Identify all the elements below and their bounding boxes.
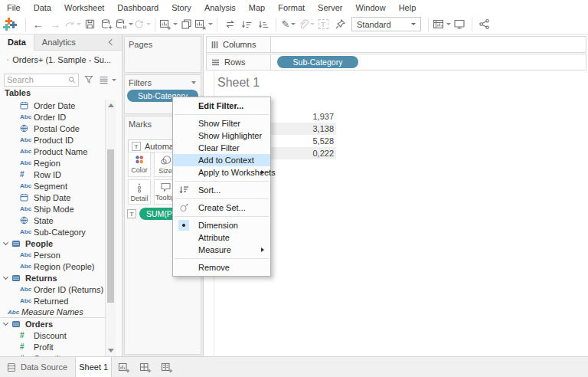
menu-map[interactable]: Map: [249, 3, 265, 12]
pages-card[interactable]: Pages: [124, 36, 201, 73]
pause-updates-button[interactable]: [115, 16, 133, 33]
share-button[interactable]: [476, 16, 493, 33]
search-input[interactable]: [7, 75, 68, 84]
menu-item-show-highlighter[interactable]: Show Highlighter: [173, 129, 270, 142]
field-order-date[interactable]: Order Date: [0, 100, 105, 111]
sort-ascending-button[interactable]: [238, 16, 255, 33]
menu-dashboard[interactable]: Dashboard: [117, 3, 158, 12]
field-product-id[interactable]: AbcProduct ID: [0, 134, 105, 146]
columns-shelf[interactable]: Columns: [206, 36, 586, 53]
data-source-tab[interactable]: Data Source: [0, 357, 75, 377]
abc-icon: Abc: [20, 228, 34, 235]
field-person[interactable]: AbcPerson: [0, 249, 105, 261]
field-sub-category[interactable]: AbcSub-Category: [0, 226, 105, 238]
chevron-down-icon[interactable]: [3, 320, 8, 326]
field-profit[interactable]: #Profit: [0, 341, 105, 352]
fix-axes-button[interactable]: [332, 16, 348, 33]
menu-item-apply-to-worksheets[interactable]: Apply to Worksheets: [173, 166, 270, 179]
sheet-value-cell: 0,222: [270, 147, 336, 159]
menu-item-attribute[interactable]: Attribute: [173, 231, 270, 244]
filter-funnel-icon[interactable]: [84, 75, 93, 84]
replay-button[interactable]: [64, 16, 81, 33]
duplicate-sheet-button[interactable]: [178, 16, 194, 33]
menu-item-measure[interactable]: Measure: [173, 244, 270, 256]
menu-item-create-set[interactable]: Create Set...: [173, 202, 270, 214]
chevron-down-icon[interactable]: [3, 274, 8, 280]
menu-format[interactable]: Format: [278, 3, 305, 12]
add-datasource-button[interactable]: [98, 16, 115, 33]
tableau-logo-button[interactable]: [3, 16, 21, 33]
rows-shelf[interactable]: Rows Sub-Category: [206, 54, 586, 70]
clear-sheet-button[interactable]: [194, 16, 213, 33]
field-ship-date[interactable]: Ship Date: [0, 192, 105, 203]
field-region[interactable]: AbcRegion: [0, 157, 105, 169]
chevron-down-icon[interactable]: [191, 81, 196, 84]
menu-item-add-to-context[interactable]: Add to Context: [173, 154, 270, 166]
menu-item-clear-filter[interactable]: Clear Filter: [173, 142, 270, 154]
abc-icon: Abc: [20, 182, 34, 189]
tab-data[interactable]: Data: [0, 34, 34, 51]
chevron-down-icon[interactable]: [3, 240, 8, 245]
field-postal-code[interactable]: Postal Code: [0, 123, 105, 134]
view-options-icon[interactable]: [99, 76, 109, 84]
tab-analytics[interactable]: Analytics: [34, 34, 83, 51]
back-button[interactable]: ←: [30, 16, 47, 33]
marks-detail-button[interactable]: Detail: [128, 179, 151, 205]
chevron-down-icon: [208, 23, 213, 25]
datasource-item[interactable]: Orders+ (1. Sample - Su...: [0, 51, 111, 68]
menu-worksheet[interactable]: Worksheet: [64, 3, 104, 12]
presentation-mode-button[interactable]: [451, 16, 468, 33]
save-button[interactable]: [81, 16, 98, 33]
field-segment[interactable]: AbcSegment: [0, 180, 105, 192]
fields-scrollbar[interactable]: [105, 100, 116, 356]
field-returned[interactable]: AbcReturned: [0, 295, 105, 307]
scrollbar-thumb[interactable]: [107, 149, 114, 303]
sheet-tab-sheet1[interactable]: Sheet 1: [75, 357, 112, 377]
collapse-pane-icon[interactable]: [109, 39, 115, 45]
menu-server[interactable]: Server: [318, 3, 342, 12]
field-ship-mode[interactable]: AbcShip Mode: [0, 203, 105, 215]
new-story-button[interactable]: [158, 359, 176, 375]
field-measure-names[interactable]: AbcMeasure Names: [0, 307, 105, 318]
filter-context-menu: Edit Filter... Show Filter Show Highligh…: [172, 97, 271, 277]
table-group-orders[interactable]: Orders: [0, 318, 105, 329]
swap-rows-columns-button[interactable]: [221, 16, 238, 33]
field-order-id[interactable]: AbcOrder ID: [0, 111, 105, 123]
new-worksheet-button[interactable]: [115, 359, 133, 375]
field-region-people[interactable]: AbcRegion (People): [0, 261, 105, 272]
forward-button[interactable]: →: [47, 16, 64, 33]
menu-data[interactable]: Data: [34, 3, 51, 12]
menu-item-show-filter[interactable]: Show Filter: [173, 117, 270, 129]
view-size-value: Standard: [357, 20, 391, 29]
table-group-returns[interactable]: Returns: [0, 272, 105, 284]
field-order-id-returns[interactable]: AbcOrder ID (Returns): [0, 284, 105, 295]
refresh-button[interactable]: [133, 16, 151, 33]
field-row-id[interactable]: #Row ID: [0, 169, 105, 180]
highlight-button[interactable]: ✎: [280, 16, 297, 33]
show-me-button[interactable]: [433, 16, 451, 33]
scroll-up-icon[interactable]: [108, 103, 114, 107]
view-size-select[interactable]: Standard: [351, 17, 421, 31]
menu-item-dimension[interactable]: Dimension: [173, 219, 270, 231]
show-mark-labels-button[interactable]: T: [315, 16, 332, 33]
menu-help[interactable]: Help: [399, 3, 416, 12]
menu-window[interactable]: Window: [356, 3, 386, 12]
table-group-people[interactable]: People: [0, 238, 105, 249]
menu-item-sort[interactable]: Sort...: [173, 184, 270, 196]
chevron-down-icon[interactable]: [112, 79, 116, 81]
menu-analysis[interactable]: Analysis: [204, 3, 236, 12]
new-worksheet-button[interactable]: [159, 16, 178, 33]
new-dashboard-button[interactable]: [136, 359, 155, 375]
field-product-name[interactable]: AbcProduct Name: [0, 146, 105, 157]
menu-story[interactable]: Story: [172, 3, 191, 12]
rows-pill-sub-category[interactable]: Sub-Category: [277, 56, 358, 68]
sort-descending-button[interactable]: [255, 16, 272, 33]
group-members-button[interactable]: [297, 16, 315, 33]
marks-color-button[interactable]: Color: [128, 152, 151, 177]
menu-item-remove[interactable]: Remove: [173, 261, 270, 274]
field-discount[interactable]: #Discount: [0, 329, 105, 341]
menu-file[interactable]: File: [7, 3, 21, 12]
menu-item-edit-filter[interactable]: Edit Filter...: [173, 100, 270, 112]
field-state[interactable]: State: [0, 215, 105, 226]
scroll-down-icon[interactable]: [108, 349, 114, 352]
